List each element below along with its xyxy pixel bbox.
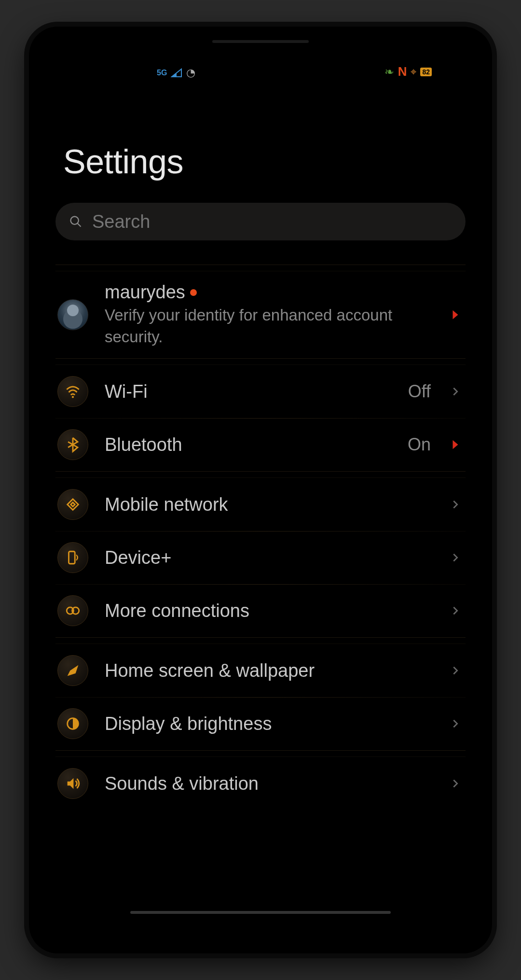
- leaf-icon: ❧: [384, 65, 394, 79]
- row-label: Device+: [105, 547, 171, 568]
- search-box[interactable]: [55, 203, 466, 240]
- chevron-right-icon: [450, 605, 461, 616]
- chevron-right-icon: [450, 309, 461, 320]
- alert-dot-icon: [190, 289, 197, 296]
- signal-icon: [171, 68, 182, 78]
- chevron-right-icon: [450, 386, 461, 397]
- chevron-right-icon: [450, 778, 461, 789]
- status-bar: 5G ◔ ❧ N ⌖ 82: [41, 51, 480, 82]
- wifi-icon: [57, 376, 88, 407]
- avatar: [57, 299, 88, 330]
- settings-row-mobile-network[interactable]: Mobile network: [55, 478, 466, 531]
- row-label: More connections: [105, 601, 249, 621]
- group-separator: [55, 265, 466, 271]
- link-icon: [57, 595, 88, 626]
- home-indicator[interactable]: [130, 911, 391, 914]
- cloud-icon: ◔: [186, 67, 195, 79]
- svg-rect-3: [69, 551, 75, 564]
- nfc-icon: N: [398, 64, 407, 79]
- bluetooth-status-icon: ⌖: [411, 66, 416, 78]
- page-title: Settings: [63, 142, 466, 181]
- network-type-icon: 5G: [157, 69, 167, 77]
- svg-line-1: [78, 224, 81, 227]
- svg-point-2: [72, 396, 74, 398]
- svg-point-0: [71, 217, 79, 224]
- settings-row-home-wallpaper[interactable]: Home screen & wallpaper: [55, 644, 466, 697]
- device-icon: [57, 542, 88, 573]
- status-right: ❧ N ⌖ 82: [384, 64, 432, 79]
- group-separator: [55, 750, 466, 757]
- group-separator: [55, 358, 466, 365]
- row-label: Home screen & wallpaper: [105, 660, 315, 681]
- row-label: Wi-Fi: [105, 381, 148, 402]
- settings-list: maurydes Verify your identity for enhanc…: [55, 265, 466, 810]
- bluetooth-icon: [57, 429, 88, 460]
- search-input[interactable]: [92, 211, 452, 232]
- search-icon: [69, 215, 82, 228]
- account-username: maurydes: [105, 282, 185, 303]
- screen: 5G ◔ ❧ N ⌖ 82 Settings: [41, 51, 480, 924]
- row-label: Display & brightness: [105, 714, 272, 734]
- row-label: Sounds & vibration: [105, 773, 259, 794]
- chevron-right-icon: [450, 439, 461, 450]
- status-left: 5G ◔: [157, 67, 195, 79]
- group-separator: [55, 471, 466, 478]
- account-row[interactable]: maurydes Verify your identity for enhanc…: [55, 271, 466, 358]
- sim-icon: [57, 489, 88, 520]
- account-subtitle: Verify your identity for enhanced accoun…: [105, 305, 434, 348]
- settings-row-bluetooth[interactable]: Bluetooth On: [55, 418, 466, 471]
- settings-row-wifi[interactable]: Wi-Fi Off: [55, 365, 466, 418]
- brightness-icon: [57, 708, 88, 739]
- row-label: Mobile network: [105, 494, 228, 515]
- row-value: On: [408, 434, 431, 455]
- settings-row-device-plus[interactable]: Device+: [55, 531, 466, 584]
- row-value: Off: [408, 381, 431, 402]
- settings-row-sounds-vibration[interactable]: Sounds & vibration: [55, 757, 466, 810]
- settings-row-more-connections[interactable]: More connections: [55, 584, 466, 637]
- chevron-right-icon: [450, 665, 461, 676]
- chevron-right-icon: [450, 718, 461, 729]
- sound-icon: [57, 768, 88, 799]
- settings-row-display-brightness[interactable]: Display & brightness: [55, 697, 466, 750]
- phone-frame: 5G ◔ ❧ N ⌖ 82 Settings: [29, 27, 492, 953]
- group-separator: [55, 637, 466, 644]
- battery-icon: 82: [420, 68, 432, 76]
- chevron-right-icon: [450, 499, 461, 510]
- chevron-right-icon: [450, 552, 461, 563]
- brush-icon: [57, 655, 88, 686]
- row-label: Bluetooth: [105, 434, 182, 455]
